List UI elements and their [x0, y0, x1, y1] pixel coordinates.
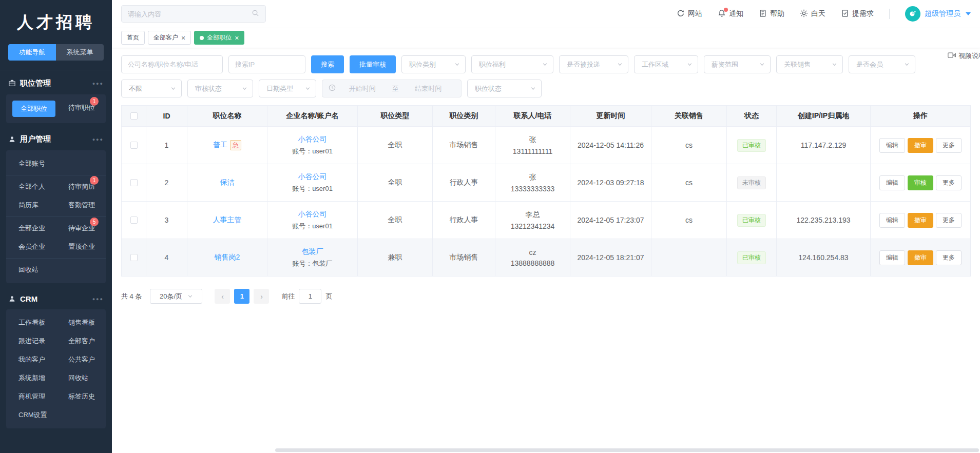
- sidebar-item-followup-records[interactable]: 跟进记录: [6, 332, 56, 350]
- end-date-input[interactable]: 结束时间: [402, 84, 455, 93]
- job-status-select[interactable]: 职位状态: [467, 80, 542, 97]
- job-link[interactable]: 人事主管: [213, 215, 242, 225]
- keyword-input[interactable]: [121, 55, 223, 73]
- sidebar-item-guest-management[interactable]: 客勤管理: [56, 196, 106, 214]
- feedback-action[interactable]: 提需求: [841, 9, 874, 19]
- global-search[interactable]: [121, 5, 266, 23]
- sidebar-item-all-companies[interactable]: 全部企业: [6, 219, 56, 238]
- sidebar-item-crm-settings[interactable]: CRM设置: [6, 406, 56, 424]
- applied-select[interactable]: 是否被投递: [559, 55, 628, 73]
- video-help[interactable]: 视频说明: [948, 51, 980, 61]
- tab-system-menu[interactable]: 系统菜单: [56, 44, 104, 61]
- user-menu[interactable]: 超级管理员: [905, 6, 971, 22]
- horizontal-scrollbar[interactable]: [275, 448, 979, 452]
- notifications-action[interactable]: 通知: [718, 9, 743, 19]
- edit-button[interactable]: 编辑: [879, 250, 905, 265]
- job-category-select[interactable]: 职位类别: [401, 55, 466, 73]
- batch-audit-button[interactable]: 批量审核: [350, 55, 396, 73]
- company-link[interactable]: 小谷公司: [298, 135, 327, 144]
- search-icon[interactable]: [252, 9, 259, 18]
- page-size-select[interactable]: 20条/页: [150, 289, 202, 304]
- row-checkbox[interactable]: [130, 179, 138, 186]
- salary-range-select[interactable]: 薪资范围: [704, 55, 771, 73]
- sidebar-item-all-persons[interactable]: 全部个人: [6, 178, 56, 196]
- select-value: 工作区域: [642, 60, 668, 69]
- help-label: 帮助: [770, 9, 784, 18]
- row-checkbox[interactable]: [130, 254, 138, 261]
- sidebar-item-pending-companies[interactable]: 待审企业 5: [56, 219, 106, 238]
- tag-all-clients[interactable]: 全部客户 ×: [148, 31, 191, 45]
- more-button[interactable]: 更多: [936, 138, 962, 153]
- company-link[interactable]: 包装厂: [302, 247, 323, 257]
- sidebar-item-opportunity-management[interactable]: 商机管理: [6, 387, 56, 406]
- cell-job-type: 全职: [358, 127, 433, 164]
- revoke-audit-button[interactable]: 撤审: [908, 138, 933, 153]
- search-input[interactable]: [128, 10, 252, 18]
- sidebar-item-tag-history[interactable]: 标签历史: [56, 387, 106, 406]
- sidebar-item-work-board[interactable]: 工作看板: [6, 313, 56, 332]
- more-icon[interactable]: ●●●: [92, 297, 104, 302]
- more-icon[interactable]: ●●●: [92, 81, 104, 86]
- website-label: 网站: [688, 9, 702, 18]
- section-user-management[interactable]: 用户管理 ●●●: [0, 126, 112, 149]
- sidebar-item-all-clients[interactable]: 全部客户: [56, 332, 106, 350]
- job-link[interactable]: 保洁: [220, 178, 235, 187]
- start-date-input[interactable]: 开始时间: [336, 84, 389, 93]
- company-link[interactable]: 小谷公司: [298, 172, 327, 182]
- unlimited-select[interactable]: 不限: [121, 80, 182, 97]
- sidebar-item-recycle-bin[interactable]: 回收站: [6, 261, 56, 279]
- audit-status-select[interactable]: 审核状态: [187, 80, 253, 97]
- sidebar-item-pending-resumes[interactable]: 待审简历 1: [56, 178, 106, 196]
- row-checkbox[interactable]: [130, 142, 138, 149]
- date-range-picker[interactable]: 开始时间 至 结束时间: [322, 80, 462, 97]
- sidebar-item-member-companies[interactable]: 会员企业: [6, 238, 56, 256]
- sidebar-item-pinned-companies[interactable]: 置顶企业: [56, 238, 106, 256]
- row-checkbox[interactable]: [130, 216, 138, 224]
- edit-button[interactable]: 编辑: [879, 138, 905, 153]
- more-button[interactable]: 更多: [936, 175, 962, 190]
- sidebar-item-resume-library[interactable]: 简历库: [6, 196, 56, 214]
- sidebar-item-my-clients[interactable]: 我的客户: [6, 350, 56, 369]
- sidebar-item-public-clients[interactable]: 公共客户: [56, 350, 106, 369]
- current-page[interactable]: 1: [234, 289, 249, 304]
- search-button[interactable]: 搜索: [311, 55, 344, 73]
- sidebar-item-pending-jobs[interactable]: 待审职位 1: [56, 99, 106, 119]
- linked-sales-select[interactable]: 关联销售: [776, 55, 843, 73]
- job-link[interactable]: 普工: [213, 141, 227, 150]
- help-action[interactable]: 帮助: [759, 9, 784, 19]
- website-action[interactable]: 网站: [677, 9, 702, 19]
- section-crm[interactable]: CRM ●●●: [0, 286, 112, 308]
- tag-all-jobs[interactable]: 全部职位 ×: [194, 31, 244, 45]
- more-icon[interactable]: ●●●: [92, 137, 104, 142]
- goto-page-input[interactable]: [299, 289, 321, 304]
- close-icon[interactable]: ×: [181, 34, 185, 42]
- company-link[interactable]: 小谷公司: [298, 210, 327, 219]
- more-button[interactable]: 更多: [936, 213, 962, 228]
- date-type-select[interactable]: 日期类型: [259, 80, 316, 97]
- sidebar-item-sales-board[interactable]: 销售看板: [56, 313, 106, 332]
- tab-function-nav[interactable]: 功能导航: [8, 44, 56, 61]
- prev-page-button[interactable]: ‹: [215, 289, 230, 304]
- audit-button[interactable]: 审核: [908, 175, 933, 190]
- edit-button[interactable]: 编辑: [879, 175, 905, 190]
- theme-action[interactable]: 白天: [800, 9, 825, 19]
- job-link[interactable]: 销售岗2: [215, 253, 240, 262]
- next-page-button[interactable]: ›: [254, 289, 269, 304]
- sidebar-item-system-new[interactable]: 系统新增: [6, 369, 56, 387]
- work-area-select[interactable]: 工作区域: [634, 55, 698, 73]
- member-select[interactable]: 是否会员: [849, 55, 915, 73]
- close-icon[interactable]: ×: [235, 34, 239, 42]
- job-benefits-select[interactable]: 职位福利: [471, 55, 553, 73]
- sidebar-item-crm-recycle-bin[interactable]: 回收站: [56, 369, 106, 387]
- refresh-icon: [677, 9, 685, 19]
- revoke-audit-button[interactable]: 撤审: [908, 213, 933, 228]
- revoke-audit-button[interactable]: 撤审: [908, 250, 933, 265]
- sidebar-item-all-jobs[interactable]: 全部职位: [6, 99, 56, 119]
- sidebar-item-all-accounts[interactable]: 全部账号: [6, 154, 56, 173]
- ip-search-input[interactable]: [228, 55, 305, 73]
- select-all-checkbox[interactable]: [130, 112, 138, 120]
- more-button[interactable]: 更多: [936, 250, 962, 265]
- edit-button[interactable]: 编辑: [879, 213, 905, 228]
- section-job-management[interactable]: 职位管理 ●●●: [0, 70, 112, 93]
- tag-home[interactable]: 首页: [121, 31, 145, 45]
